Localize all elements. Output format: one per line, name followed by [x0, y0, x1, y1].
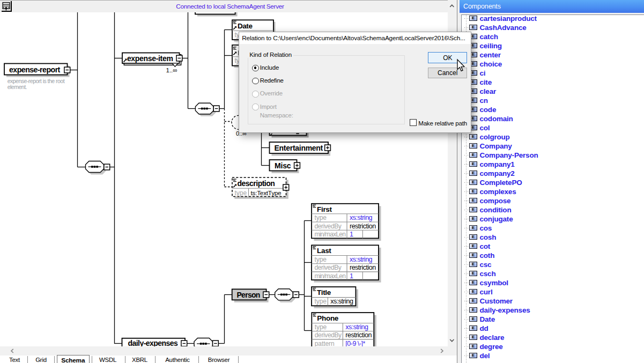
svg-text:element.: element. [8, 84, 27, 90]
svg-text:[0-9 \-]*: [0-9 \-]* [345, 340, 365, 347]
svg-text:daily-expenses: daily-expenses [128, 339, 178, 346]
svg-text:Title: Title [317, 288, 331, 297]
svg-text:min/maxLen: min/maxLen [315, 231, 346, 238]
svg-text:xs:string: xs:string [330, 298, 353, 305]
svg-text:expense-report: expense-report [9, 65, 61, 74]
svg-text:pattern: pattern [315, 340, 335, 347]
svg-text:restriction: restriction [345, 331, 372, 339]
svg-text:Last: Last [317, 247, 331, 255]
svg-text:1: 1 [350, 231, 353, 238]
svg-text:First: First [317, 205, 332, 213]
svg-text:1: 1 [350, 272, 353, 280]
svg-text:Misc: Misc [275, 161, 291, 170]
svg-text:type: type [315, 298, 327, 305]
svg-text:min/maxLen: min/maxLen [315, 272, 346, 280]
svg-text:restriction: restriction [350, 223, 376, 230]
svg-text:ts:TextType: ts:TextType [251, 189, 282, 197]
svg-text:Person: Person [237, 291, 260, 299]
svg-text:description: description [238, 179, 275, 188]
svg-text:xs:string: xs:string [350, 214, 373, 221]
svg-text:Date: Date [238, 22, 253, 30]
svg-text:derivedBy: derivedBy [315, 223, 342, 230]
svg-text:Entertainment: Entertainment [275, 144, 323, 152]
svg-text:Phone: Phone [317, 314, 339, 322]
svg-text:restriction: restriction [350, 264, 376, 271]
svg-text:xs:string: xs:string [350, 256, 373, 263]
svg-text:derivedBy: derivedBy [315, 331, 342, 339]
svg-text:derivedBy: derivedBy [315, 264, 342, 271]
svg-text:type: type [235, 189, 247, 197]
svg-text:xs:string: xs:string [345, 323, 368, 331]
svg-text:type: type [315, 323, 327, 331]
svg-text:type: type [315, 256, 327, 263]
svg-text:1..∞: 1..∞ [166, 67, 177, 73]
svg-text:type: type [315, 214, 327, 221]
svg-text:expense-item: expense-item [127, 54, 173, 63]
